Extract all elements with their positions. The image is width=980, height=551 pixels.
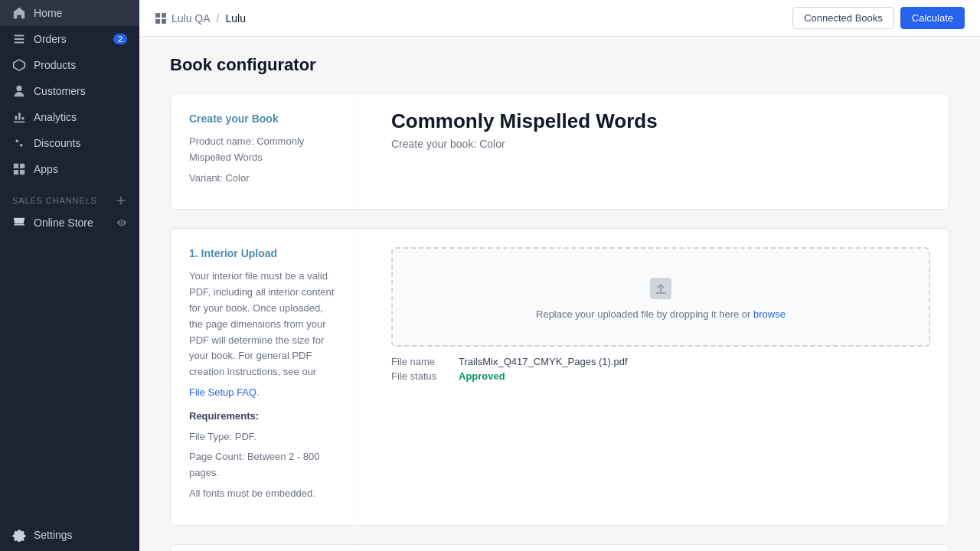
file-name-label: File name: [391, 356, 452, 367]
section-interior-title: 1. Interior Upload: [189, 247, 335, 259]
settings-label: Settings: [34, 529, 73, 541]
book-main-title: Commonly Mispelled Words: [391, 109, 930, 133]
orders-badge: 2: [113, 34, 127, 44]
products-icon: [12, 58, 26, 72]
topbar: Lulu QA / Lulu Connected Books Calculate: [139, 0, 980, 37]
upload-prompt: Replace your uploaded file by dropping i…: [536, 308, 786, 320]
file-name-value: TrailsMix_Q417_CMYK_Pages (1).pdf: [459, 356, 628, 367]
file-info: File name TrailsMix_Q417_CMYK_Pages (1).…: [391, 356, 930, 382]
requirements-title: Requirements:: [189, 410, 259, 422]
file-status-label: File status: [391, 370, 452, 382]
sidebar-item-customers[interactable]: Customers: [0, 78, 139, 104]
interior-description: Your interior file must be a valid PDF, …: [189, 269, 335, 380]
settings-icon: [12, 528, 26, 542]
book-subtitle: Create your book: Color: [391, 138, 930, 150]
sidebar-item-apps[interactable]: Apps: [0, 156, 139, 182]
sidebar-item-discounts[interactable]: Discounts: [0, 130, 139, 156]
upload-prompt-text: Replace your uploaded file by dropping i…: [536, 308, 750, 320]
upload-drop-zone[interactable]: Replace your uploaded file by dropping i…: [391, 247, 930, 347]
sidebar-item-home[interactable]: Home: [0, 0, 139, 26]
section-book-options: 2. Book Options Available options depend…: [170, 544, 949, 551]
discounts-icon: [12, 136, 26, 150]
orders-icon: [12, 32, 26, 46]
file-status-row: File status Approved: [391, 370, 930, 382]
sidebar-item-online-store[interactable]: Online Store: [0, 210, 139, 236]
svg-rect-7: [162, 13, 166, 18]
add-channel-icon[interactable]: [115, 194, 127, 207]
section-options-left: 2. Book Options Available options depend…: [171, 545, 354, 551]
req-filetype: File Type: PDF.: [189, 429, 335, 445]
section-options-right: Book dimensions US Letter (8.5 x 11" / 2…: [373, 545, 949, 551]
svg-rect-5: [20, 170, 24, 174]
sales-channels-label: SALES CHANNELS: [12, 196, 97, 205]
connected-books-button[interactable]: Connected Books: [792, 7, 894, 29]
topbar-actions: Connected Books Calculate: [792, 7, 965, 29]
sidebar-item-settings[interactable]: Settings: [0, 519, 139, 551]
eye-icon: [116, 217, 127, 228]
sales-channels-section: SALES CHANNELS: [0, 182, 139, 210]
file-status-value: Approved: [459, 370, 505, 382]
online-store-label: Online Store: [34, 217, 93, 229]
svg-rect-8: [155, 19, 160, 24]
svg-rect-2: [14, 164, 18, 168]
section-create-left: Create your Book Product name: Commonly …: [171, 94, 354, 209]
sidebar-item-orders[interactable]: Orders 2: [0, 26, 139, 52]
product-name-label: Product name:: [189, 135, 254, 147]
sidebar-item-analytics[interactable]: Analytics: [0, 104, 139, 130]
breadcrumb-app: Lulu QA: [172, 12, 211, 24]
svg-rect-6: [155, 13, 160, 18]
analytics-icon: [12, 110, 26, 124]
sidebar-item-products[interactable]: Products: [0, 52, 139, 78]
sidebar-label-analytics: Analytics: [34, 111, 77, 123]
section-create-book: Create your Book Product name: Commonly …: [170, 93, 949, 210]
file-setup-faq-link[interactable]: File Setup FAQ: [189, 386, 256, 398]
section-interior-upload: 1. Interior Upload Your interior file mu…: [170, 228, 949, 525]
variant-value: Color: [225, 172, 249, 184]
main-area: Lulu QA / Lulu Connected Books Calculate…: [139, 0, 980, 551]
page-title: Book configurator: [170, 55, 949, 75]
sidebar-label-products: Products: [34, 59, 76, 71]
file-name-row: File name TrailsMix_Q417_CMYK_Pages (1).…: [391, 356, 930, 367]
section-interior-right: Replace your uploaded file by dropping i…: [373, 229, 949, 524]
sidebar-label-customers: Customers: [34, 85, 86, 97]
svg-rect-9: [162, 19, 166, 24]
sidebar-label-orders: Orders: [34, 33, 67, 45]
calculate-button[interactable]: Calculate: [900, 7, 965, 29]
sidebar-label-discounts: Discounts: [34, 137, 80, 149]
req-pages: Page Count: Between 2 - 800 pages.: [189, 449, 335, 481]
variant-label: Variant:: [189, 172, 223, 184]
breadcrumb-separator: /: [217, 12, 220, 24]
section-create-title: Create your Book: [189, 112, 335, 125]
customers-icon: [12, 84, 26, 98]
upload-browse-link[interactable]: browse: [753, 308, 786, 320]
section-create-body: Product name: Commonly Mispelled Words V…: [189, 134, 335, 186]
home-icon: [12, 6, 26, 20]
sidebar-label-apps: Apps: [34, 163, 58, 175]
svg-point-1: [20, 144, 23, 147]
breadcrumb-current: Lulu: [225, 12, 245, 24]
svg-rect-4: [14, 170, 18, 174]
svg-point-0: [16, 140, 19, 143]
content-area: Book configurator Create your Book Produ…: [139, 37, 980, 551]
sidebar-label-home: Home: [34, 7, 62, 19]
section-interior-body: Your interior file must be a valid PDF, …: [189, 269, 335, 501]
upload-icon: [647, 275, 675, 302]
req-fonts: All fonts must be embedded.: [189, 486, 335, 502]
section-interior-left: 1. Interior Upload Your interior file mu…: [171, 229, 354, 524]
sidebar: Home Orders 2 Products Customers Analyti…: [0, 0, 139, 551]
apps-icon: [12, 162, 26, 176]
svg-rect-3: [20, 164, 24, 168]
breadcrumb: Lulu QA / Lulu: [155, 12, 246, 24]
online-store-icon: [12, 216, 26, 230]
section-create-right: Commonly Mispelled Words Create your boo…: [373, 94, 949, 209]
app-grid-icon: [155, 12, 167, 24]
